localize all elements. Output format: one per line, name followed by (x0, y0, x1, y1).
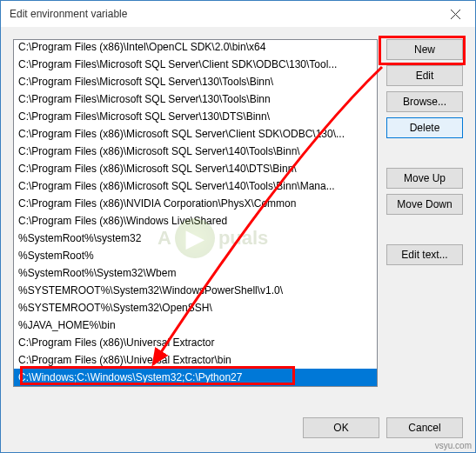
titlebar: Edit environment variable (1, 1, 475, 27)
list-item[interactable]: C:\Program Files (x86)\Intel\OpenCL SDK\… (14, 39, 377, 56)
delete-button[interactable]: Delete (386, 117, 463, 138)
source-label: vsyu.com (435, 441, 472, 450)
list-item[interactable]: C:\Program Files (x86)\Microsoft SQL Ser… (14, 177, 377, 195)
browse-button[interactable]: Browse... (386, 91, 463, 112)
new-button[interactable]: New (386, 39, 463, 60)
list-item[interactable]: C:\Program Files\Microsoft SQL Server\13… (14, 108, 377, 125)
list-container: C:\Program Files (x86)\Intel\OpenCL SDK\… (13, 39, 378, 398)
list-item[interactable]: C:\Windows;C:\Windows\System32;C:\Python… (14, 369, 377, 386)
dialog-title: Edit environment variable (10, 8, 127, 20)
list-item[interactable]: C:\Program Files\Microsoft SQL Server\Cl… (14, 56, 377, 73)
list-item[interactable]: C:\Program Files (x86)\Universal Extract… (14, 351, 377, 369)
spacer (386, 220, 463, 239)
dialog-window: Edit environment variable C:\Program Fil… (0, 0, 476, 453)
spacer (386, 143, 463, 163)
list-item[interactable]: %JAVA_HOME%\bin (14, 316, 377, 334)
list-item[interactable]: C:\Program Files (x86)\Windows Live\Shar… (14, 212, 377, 230)
close-button[interactable] (436, 1, 475, 27)
edit-text-button[interactable]: Edit text... (386, 244, 463, 265)
list-item[interactable]: %SYSTEMROOT%\System32\WindowsPowerShell\… (14, 282, 377, 299)
list-item[interactable]: C:\Program Files (x86)\Microsoft SQL Ser… (14, 143, 377, 160)
move-down-button[interactable]: Move Down (386, 194, 463, 215)
list-item[interactable]: C:\Program Files (x86)\Microsoft SQL Ser… (14, 160, 377, 177)
list-item[interactable]: C:\Program Files (x86)\NVIDIA Corporatio… (14, 195, 377, 212)
path-listbox[interactable]: C:\Program Files (x86)\Intel\OpenCL SDK\… (13, 39, 378, 387)
close-icon (451, 10, 460, 19)
list-item[interactable]: C:\Program Files (x86)\Microsoft SQL Ser… (14, 125, 377, 143)
cancel-button[interactable]: Cancel (386, 417, 463, 438)
dialog-buttons: OK Cancel (1, 407, 475, 452)
list-item[interactable]: %SYSTEMROOT%\System32\OpenSSH\ (14, 299, 377, 316)
ok-button[interactable]: OK (303, 417, 379, 438)
dialog-content: C:\Program Files (x86)\Intel\OpenCL SDK\… (1, 27, 475, 407)
button-column: New Edit Browse... Delete Move Up Move D… (386, 39, 463, 398)
list-item[interactable]: %SystemRoot% (14, 247, 377, 264)
list-item[interactable]: %SystemRoot%\System32\Wbem (14, 264, 377, 282)
list-item[interactable]: %SystemRoot%\system32 (14, 230, 377, 247)
list-item[interactable]: C:\Program Files\Microsoft SQL Server\13… (14, 90, 377, 108)
list-item[interactable]: C:\Program Files\Microsoft SQL Server\13… (14, 73, 377, 90)
list-item[interactable]: C:\Program Files (x86)\Universal Extract… (14, 334, 377, 351)
edit-button[interactable]: Edit (386, 65, 463, 86)
move-up-button[interactable]: Move Up (386, 168, 463, 189)
